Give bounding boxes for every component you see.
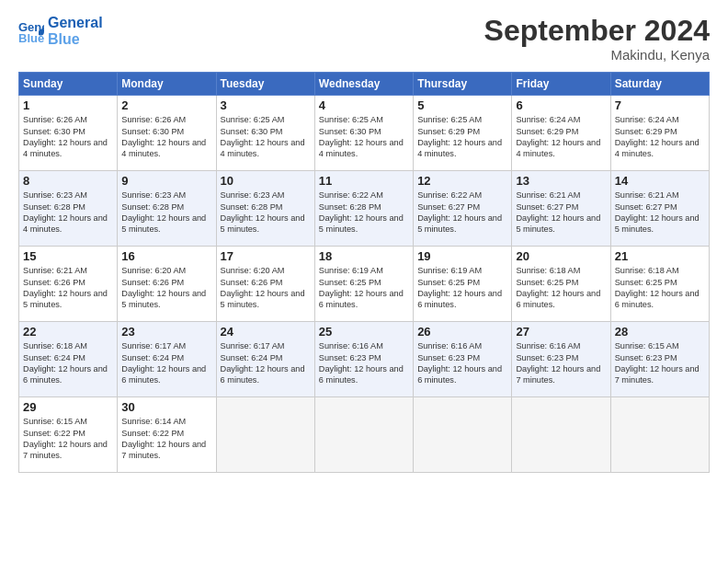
month-title: September 2024 (484, 15, 710, 47)
calendar-cell: 15Sunrise: 6:21 AMSunset: 6:26 PMDayligh… (19, 247, 118, 322)
calendar-cell: 7Sunrise: 6:24 AMSunset: 6:29 PMDaylight… (610, 96, 709, 171)
calendar-cell: 14Sunrise: 6:21 AMSunset: 6:27 PMDayligh… (610, 171, 709, 247)
col-friday: Friday (512, 73, 610, 96)
calendar-cell: 10Sunrise: 6:23 AMSunset: 6:28 PMDayligh… (216, 171, 314, 247)
calendar-cell: 8Sunrise: 6:23 AMSunset: 6:28 PMDaylight… (19, 171, 118, 247)
logo: General Blue General Blue (18, 15, 103, 49)
logo-line1: General (48, 15, 103, 31)
calendar-cell: 30Sunrise: 6:14 AMSunset: 6:22 PMDayligh… (118, 397, 216, 473)
calendar-cell: 12Sunrise: 6:22 AMSunset: 6:27 PMDayligh… (414, 171, 512, 247)
logo-line2: Blue (48, 31, 103, 48)
calendar-week-5: 29Sunrise: 6:15 AMSunset: 6:22 PMDayligh… (19, 397, 710, 473)
calendar-cell: 27Sunrise: 6:16 AMSunset: 6:23 PMDayligh… (512, 322, 610, 397)
svg-text:Blue: Blue (18, 31, 44, 44)
header: General Blue General Blue September 2024… (18, 15, 710, 63)
col-monday: Monday (118, 73, 216, 96)
calendar-week-2: 8Sunrise: 6:23 AMSunset: 6:28 PMDaylight… (19, 171, 710, 247)
col-saturday: Saturday (610, 73, 709, 96)
calendar-week-4: 22Sunrise: 6:18 AMSunset: 6:24 PMDayligh… (19, 322, 710, 397)
logo-icon: General Blue (18, 18, 44, 44)
col-wednesday: Wednesday (314, 73, 413, 96)
calendar-cell: 29Sunrise: 6:15 AMSunset: 6:22 PMDayligh… (19, 397, 118, 473)
page: General Blue General Blue September 2024… (0, 0, 728, 563)
calendar-cell: 3Sunrise: 6:25 AMSunset: 6:30 PMDaylight… (216, 96, 314, 171)
calendar-cell: 16Sunrise: 6:20 AMSunset: 6:26 PMDayligh… (118, 247, 216, 322)
calendar-cell: 25Sunrise: 6:16 AMSunset: 6:23 PMDayligh… (314, 322, 413, 397)
calendar-cell: 17Sunrise: 6:20 AMSunset: 6:26 PMDayligh… (216, 247, 314, 322)
col-sunday: Sunday (19, 73, 118, 96)
calendar-cell: 21Sunrise: 6:18 AMSunset: 6:25 PMDayligh… (610, 247, 709, 322)
calendar-cell: 19Sunrise: 6:19 AMSunset: 6:25 PMDayligh… (414, 247, 512, 322)
calendar-cell (512, 397, 610, 473)
calendar-cell (314, 397, 413, 473)
calendar-cell (610, 397, 709, 473)
calendar-cell (216, 397, 314, 473)
calendar-cell: 24Sunrise: 6:17 AMSunset: 6:24 PMDayligh… (216, 322, 314, 397)
calendar-cell: 13Sunrise: 6:21 AMSunset: 6:27 PMDayligh… (512, 171, 610, 247)
calendar-cell: 9Sunrise: 6:23 AMSunset: 6:28 PMDaylight… (118, 171, 216, 247)
calendar-cell: 22Sunrise: 6:18 AMSunset: 6:24 PMDayligh… (19, 322, 118, 397)
calendar-cell: 4Sunrise: 6:25 AMSunset: 6:30 PMDaylight… (314, 96, 413, 171)
col-thursday: Thursday (414, 73, 512, 96)
calendar-cell: 5Sunrise: 6:25 AMSunset: 6:29 PMDaylight… (414, 96, 512, 171)
calendar-table: Sunday Monday Tuesday Wednesday Thursday… (18, 72, 710, 473)
col-tuesday: Tuesday (216, 73, 314, 96)
location: Makindu, Kenya (484, 47, 710, 63)
calendar-cell: 23Sunrise: 6:17 AMSunset: 6:24 PMDayligh… (118, 322, 216, 397)
calendar-cell: 1Sunrise: 6:26 AMSunset: 6:30 PMDaylight… (19, 96, 118, 171)
calendar-cell: 6Sunrise: 6:24 AMSunset: 6:29 PMDaylight… (512, 96, 610, 171)
header-row: Sunday Monday Tuesday Wednesday Thursday… (19, 73, 710, 96)
calendar-week-3: 15Sunrise: 6:21 AMSunset: 6:26 PMDayligh… (19, 247, 710, 322)
calendar-week-1: 1Sunrise: 6:26 AMSunset: 6:30 PMDaylight… (19, 96, 710, 171)
title-block: September 2024 Makindu, Kenya (484, 15, 710, 63)
calendar-cell: 11Sunrise: 6:22 AMSunset: 6:28 PMDayligh… (314, 171, 413, 247)
calendar-cell: 26Sunrise: 6:16 AMSunset: 6:23 PMDayligh… (414, 322, 512, 397)
calendar-cell: 18Sunrise: 6:19 AMSunset: 6:25 PMDayligh… (314, 247, 413, 322)
calendar-cell: 28Sunrise: 6:15 AMSunset: 6:23 PMDayligh… (610, 322, 709, 397)
calendar-cell: 20Sunrise: 6:18 AMSunset: 6:25 PMDayligh… (512, 247, 610, 322)
calendar-cell (414, 397, 512, 473)
calendar-cell: 2Sunrise: 6:26 AMSunset: 6:30 PMDaylight… (118, 96, 216, 171)
